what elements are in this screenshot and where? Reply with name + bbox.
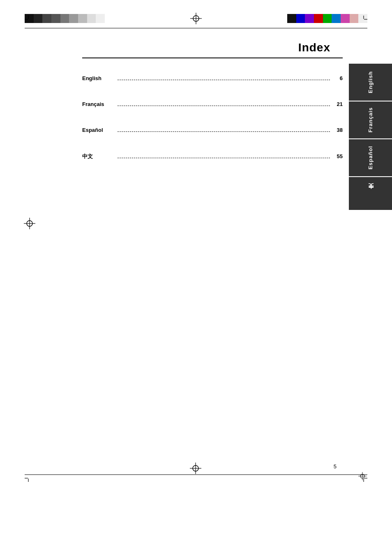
toc-label-espanol: Español (82, 127, 115, 133)
crosshair-top-center-icon (190, 12, 202, 25)
toc-page-espanol: 38 (332, 127, 343, 133)
swatch (96, 14, 105, 23)
swatch (34, 14, 43, 23)
toc-label-chinese: 中文 (82, 153, 115, 160)
swatch (69, 14, 78, 23)
toc-label-francais: Français (82, 101, 115, 107)
swatch (332, 14, 341, 23)
crosshair-bottom-center-icon (190, 463, 202, 475)
toc-dots-chinese (118, 158, 330, 158)
tab-francais-label: Français (367, 107, 374, 132)
page-number: 5 (334, 463, 337, 470)
toc-entry-francais: Français 21 (82, 90, 343, 115)
tab-english[interactable]: English (349, 64, 392, 101)
toc-entry-espanol: Español 38 (82, 115, 343, 141)
color-bar-right (287, 14, 367, 23)
reg-mark-top-right (360, 16, 367, 23)
swatch (287, 14, 296, 23)
reg-mark-bottom-right (360, 474, 367, 482)
toc-dots-espanol (118, 131, 330, 132)
tab-espanol-label: Español (367, 146, 374, 170)
page-title: Index (298, 41, 330, 54)
toc-container: English 6 Français 21 Español 38 中文 55 (82, 64, 343, 168)
top-divider (25, 28, 367, 28)
toc-dots-english (118, 80, 330, 80)
swatch (51, 14, 60, 23)
tab-espanol[interactable]: Español (349, 139, 392, 176)
title-underline (82, 58, 343, 58)
tab-chinese-label: 中文 (367, 193, 374, 194)
tab-francais[interactable]: Français (349, 101, 392, 138)
crosshair-left-icon (24, 218, 36, 230)
swatch (42, 14, 51, 23)
toc-dots-francais (118, 106, 330, 106)
swatch (305, 14, 314, 23)
reg-mark-bottom-left (25, 474, 32, 482)
toc-label-english: English (82, 75, 115, 81)
tab-chinese[interactable]: 中文 (349, 177, 392, 210)
toc-page-francais: 21 (332, 101, 343, 107)
swatch (323, 14, 332, 23)
swatch (78, 14, 87, 23)
color-bar-left (25, 14, 105, 23)
toc-entry-chinese: 中文 55 (82, 141, 343, 168)
swatch (314, 14, 323, 23)
swatch (350, 14, 359, 23)
tab-english-label: English (367, 71, 374, 93)
toc-page-english: 6 (332, 75, 343, 81)
reg-mark-top-left (25, 16, 32, 23)
top-header (0, 12, 392, 25)
toc-page-chinese: 55 (332, 153, 343, 159)
swatch (341, 14, 350, 23)
toc-entry-english: English 6 (82, 64, 343, 90)
swatch (296, 14, 305, 23)
swatch (60, 14, 69, 23)
swatch (87, 14, 96, 23)
language-tabs: English Français Español 中文 (349, 64, 392, 211)
